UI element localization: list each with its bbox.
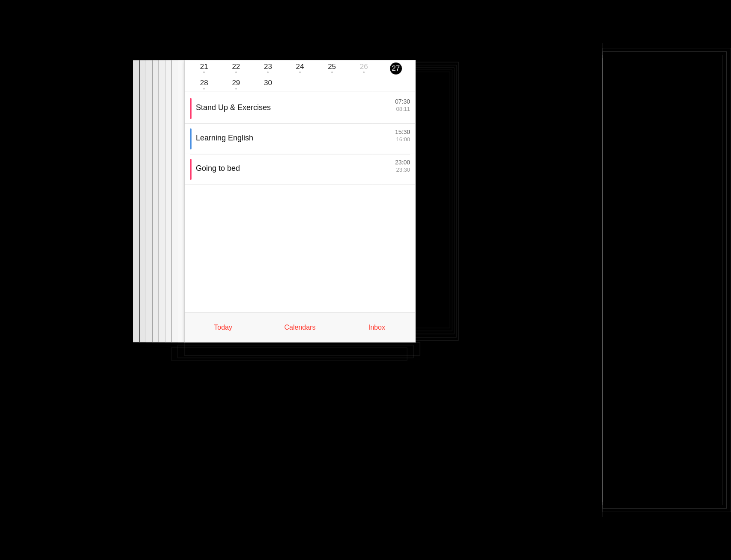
month-grid: 21 22 23 24 25 [185,60,415,92]
event-going-to-bed-content: Going to bed [196,159,410,180]
divider-1 [185,92,415,92]
tab-calendars[interactable]: Calendars [261,319,338,337]
event-stand-up[interactable]: Stand Up & Exercises 07:30 08:11 [185,94,415,124]
day-21[interactable]: 21 [188,60,220,77]
day-23[interactable]: 23 [252,60,284,77]
event-stand-up-title: Stand Up & Exercises [196,103,410,112]
day-24[interactable]: 24 [284,60,316,77]
tab-bar: Today Calendars Inbox [185,312,415,342]
event-learning-english-times: 15:30 16:00 [395,128,410,143]
day-empty-3 [348,77,380,92]
day-22[interactable]: 22 [220,60,252,77]
event-stand-up-end: 08:11 [395,106,410,112]
week-row-1: 21 22 23 24 25 [188,60,412,77]
day-24-dot [299,71,301,73]
event-learning-english-content: Learning English [196,128,410,149]
day-25-dot [331,71,333,73]
day-23-dot [267,71,269,73]
event-learning-english-end: 16:00 [395,136,410,143]
event-stand-up-times: 07:30 08:11 [395,98,410,112]
event-learning-english-color-bar [190,128,192,149]
day-30[interactable]: 30 [252,77,284,92]
events-area: Stand Up & Exercises 07:30 08:11 Learnin… [185,94,415,185]
svg-rect-6 [178,345,413,358]
day-empty-4 [380,77,412,92]
tab-today[interactable]: Today [185,319,261,337]
day-empty-2 [316,77,348,92]
day-29-dot [235,88,237,89]
event-learning-english[interactable]: Learning English 15:30 16:00 [185,124,415,154]
day-25[interactable]: 25 [316,60,348,77]
event-going-to-bed-title: Going to bed [196,164,410,173]
event-learning-english-title: Learning English [196,134,410,143]
day-28-dot [203,88,205,89]
day-27-today[interactable]: 27 [380,60,412,77]
event-stand-up-color-bar [190,98,192,119]
day-26-dot [363,71,365,73]
day-21-dot [203,71,205,73]
day-26[interactable]: 26 [348,60,380,77]
event-going-to-bed-start: 23:00 [395,159,410,166]
tab-inbox[interactable]: Inbox [339,319,415,337]
event-learning-english-start: 15:30 [395,128,410,135]
event-going-to-bed-end: 23:30 [395,167,410,173]
main-calendar-card: 21 22 23 24 25 [184,60,416,343]
day-empty-1 [284,77,316,92]
day-22-dot [235,71,237,73]
event-going-to-bed[interactable]: Going to bed 23:00 23:30 [185,155,415,185]
svg-rect-5 [184,343,420,355]
event-going-to-bed-times: 23:00 23:30 [395,159,410,173]
event-stand-up-start: 07:30 [395,98,410,105]
event-going-to-bed-color-bar [190,159,192,180]
day-28[interactable]: 28 [188,77,220,92]
svg-rect-7 [171,348,407,360]
week-row-2: 28 29 30 [188,77,412,92]
day-29[interactable]: 29 [220,77,252,92]
scene: 21 22 23 24 25 [0,0,731,560]
event-stand-up-content: Stand Up & Exercises [196,98,410,119]
